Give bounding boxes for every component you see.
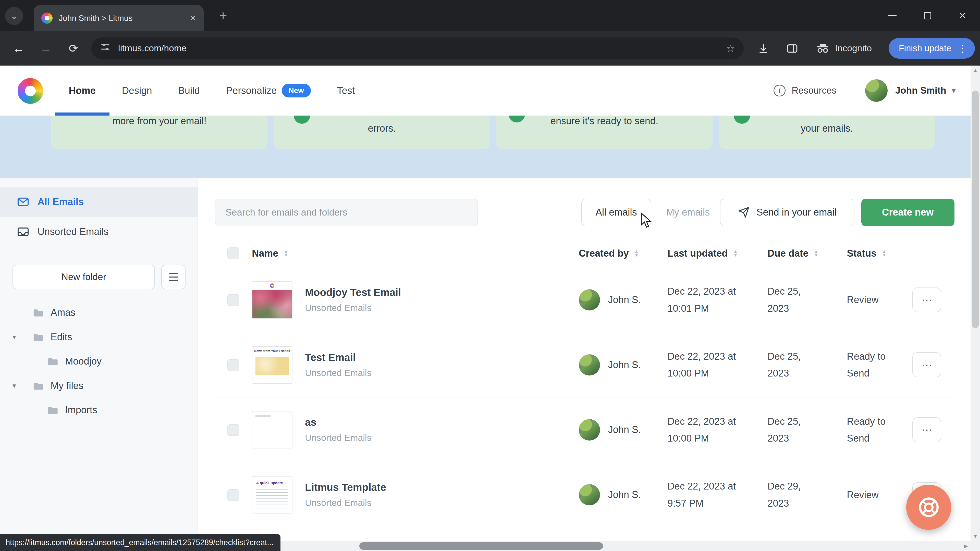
nav-item-home[interactable]: Home bbox=[68, 65, 95, 116]
sort-icon[interactable]: ▲▼ bbox=[284, 249, 288, 257]
filter-all-emails[interactable]: All emails bbox=[581, 199, 651, 226]
scroll-down-button[interactable]: ▼ bbox=[970, 532, 980, 541]
checklist-card-text: ensure it's ready to send. bbox=[496, 116, 712, 127]
table-row[interactable]: Moodjoy Test Email Unsorted Emails John … bbox=[215, 267, 954, 332]
side-panel-button[interactable] bbox=[783, 39, 802, 58]
checklist-banner: more from your email! errors. ensure it'… bbox=[0, 116, 970, 178]
main-nav: Home Design Build Personalize New Test bbox=[68, 65, 355, 116]
ellipsis-icon: ⋯ bbox=[921, 294, 932, 306]
folder-imports[interactable]: Imports bbox=[0, 398, 197, 422]
email-name-cell: Moodjoy Test Email Unsorted Emails bbox=[305, 267, 401, 332]
address-bar[interactable]: litmus.com/home ☆ bbox=[91, 38, 744, 59]
new-tab-button[interactable]: + bbox=[215, 8, 231, 24]
create-new-button[interactable]: Create new bbox=[861, 199, 955, 226]
email-title[interactable]: Litmus Template bbox=[305, 481, 386, 493]
scroll-up-button[interactable]: ▲ bbox=[970, 65, 980, 75]
row-actions-button[interactable]: ⋯ bbox=[912, 287, 941, 313]
info-icon: i bbox=[773, 85, 786, 97]
chevron-down-icon[interactable]: ▾ bbox=[13, 333, 16, 341]
row-actions-button[interactable]: ⋯ bbox=[912, 352, 941, 377]
bookmark-star-icon[interactable]: ☆ bbox=[726, 43, 735, 54]
email-thumbnail[interactable] bbox=[252, 281, 293, 319]
email-thumbnail[interactable]: A quick update bbox=[252, 476, 293, 513]
litmus-logo-icon[interactable] bbox=[18, 78, 43, 103]
nav-item-personalize[interactable]: Personalize New bbox=[226, 65, 311, 116]
folder-options-button[interactable] bbox=[161, 265, 186, 289]
sort-down-icon: ▼ bbox=[635, 253, 639, 257]
creator-avatar bbox=[579, 289, 600, 310]
table-row[interactable]: News from Your Friends Test Email Unsort… bbox=[215, 332, 954, 397]
select-all-checkbox[interactable] bbox=[228, 248, 239, 259]
folder-my-files[interactable]: ▾ My files bbox=[0, 373, 197, 398]
search-input[interactable] bbox=[215, 199, 478, 226]
site-settings-icon[interactable] bbox=[100, 42, 111, 55]
forward-button[interactable]: → bbox=[36, 39, 56, 58]
sidebar-item-unsorted-emails[interactable]: Unsorted Emails bbox=[0, 217, 197, 247]
finish-update-button[interactable]: Finish update ⋮ bbox=[889, 38, 975, 59]
row-checkbox[interactable] bbox=[228, 489, 239, 501]
sort-icon[interactable]: ▲▼ bbox=[882, 249, 886, 257]
vertical-scrollbar[interactable]: ▲ ▼ bbox=[970, 65, 980, 541]
paper-plane-icon bbox=[738, 206, 750, 218]
nav-item-test[interactable]: Test bbox=[337, 65, 355, 116]
email-thumbnail[interactable]: News from Your Friends bbox=[252, 346, 293, 384]
header-right: i Resources John Smith ▾ bbox=[773, 65, 956, 116]
browser-menu-icon[interactable]: ⋮ bbox=[958, 43, 967, 54]
status-label: Ready to Send bbox=[847, 397, 893, 462]
sort-icon[interactable]: ▲▼ bbox=[814, 249, 818, 257]
sidebar-item-all-emails[interactable]: All Emails bbox=[0, 187, 197, 217]
help-fab-button[interactable] bbox=[906, 485, 951, 530]
side-panel-icon bbox=[786, 43, 798, 55]
filter-my-emails[interactable]: My emails bbox=[651, 199, 725, 226]
folder-moodjoy[interactable]: Moodjoy bbox=[0, 349, 197, 374]
email-thumbnail[interactable] bbox=[252, 411, 293, 448]
resources-link[interactable]: Resources bbox=[792, 85, 837, 96]
plus-icon: + bbox=[219, 8, 227, 23]
sort-icon[interactable]: ▲▼ bbox=[635, 249, 639, 257]
scroll-right-button[interactable]: ▶ bbox=[961, 541, 971, 551]
row-checkbox[interactable] bbox=[228, 294, 239, 306]
back-button[interactable]: ← bbox=[9, 39, 28, 58]
user-avatar[interactable] bbox=[865, 79, 888, 102]
minimize-button[interactable] bbox=[875, 0, 910, 31]
chevron-down-icon[interactable]: ▾ bbox=[13, 382, 16, 390]
sort-down-icon: ▼ bbox=[284, 253, 288, 257]
horizontal-scrollbar-thumb[interactable] bbox=[360, 542, 603, 550]
due-date-header-label: Due date bbox=[767, 248, 808, 259]
folder-edits[interactable]: ▾ Edits bbox=[0, 325, 197, 349]
incognito-icon bbox=[816, 43, 829, 53]
table-row[interactable]: as Unsorted Emails John S. Dec 22, 2023 … bbox=[215, 397, 954, 462]
send-in-your-email-button[interactable]: Send in your email bbox=[720, 199, 854, 226]
window-close-button[interactable]: ✕ bbox=[945, 0, 980, 31]
due-date-cell: Dec 29, 2023 bbox=[767, 462, 809, 527]
email-title[interactable]: Moodjoy Test Email bbox=[305, 286, 401, 299]
email-title[interactable]: as bbox=[305, 416, 371, 428]
maximize-button[interactable] bbox=[910, 0, 945, 31]
nav-design-label: Design bbox=[122, 85, 152, 96]
info-glyph: i bbox=[779, 87, 780, 95]
tab-close-icon[interactable]: ✕ bbox=[189, 13, 196, 23]
thumbnail-image bbox=[256, 357, 289, 375]
folder-amas[interactable]: Amas bbox=[0, 300, 197, 325]
table-row[interactable]: A quick update Litmus Template Unsorted … bbox=[215, 462, 954, 527]
new-folder-button[interactable]: New folder bbox=[13, 265, 155, 289]
user-menu-chevron-icon[interactable]: ▾ bbox=[952, 86, 956, 95]
email-title[interactable]: Test Email bbox=[305, 351, 371, 364]
nav-item-design[interactable]: Design bbox=[122, 65, 152, 116]
created-by-label: John S. bbox=[608, 359, 641, 370]
reload-button[interactable]: ⟳ bbox=[64, 39, 83, 58]
window-controls: ✕ bbox=[875, 0, 980, 31]
browser-tab[interactable]: John Smith > Litmus ✕ bbox=[34, 5, 204, 32]
row-checkbox[interactable] bbox=[228, 424, 239, 436]
vertical-scrollbar-thumb[interactable] bbox=[972, 91, 979, 328]
row-actions-button[interactable]: ⋯ bbox=[912, 417, 941, 442]
sort-icon[interactable]: ▲▼ bbox=[733, 249, 738, 257]
url-text[interactable]: litmus.com/home bbox=[118, 43, 726, 54]
user-name-label[interactable]: John Smith bbox=[895, 85, 946, 96]
tab-search-button[interactable]: ⌄ bbox=[5, 7, 23, 25]
row-checkbox[interactable] bbox=[228, 359, 239, 371]
downloads-button[interactable] bbox=[754, 39, 773, 58]
created-by-label: John S. bbox=[608, 424, 641, 435]
nav-item-build[interactable]: Build bbox=[178, 65, 200, 116]
table-header: Name ▲▼ Created by ▲▼ Last updated ▲▼ Du… bbox=[215, 239, 954, 267]
